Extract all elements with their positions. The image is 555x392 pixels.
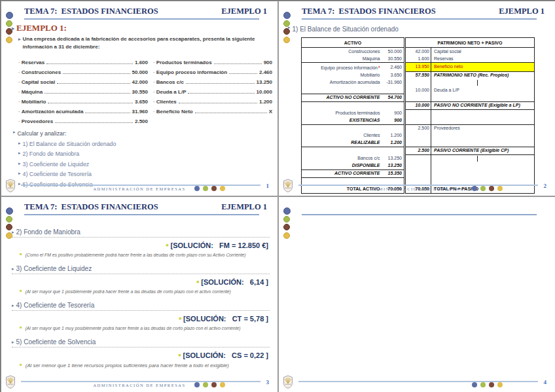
section-heading: ▸2) Fondo de Maniobra <box>12 228 270 238</box>
pasivo-label-cell <box>431 162 535 170</box>
finance-item: ·Reservas1.600 <box>18 56 148 65</box>
finance-item: ·Capital social42.000 <box>18 75 148 85</box>
pasivo-label-cell <box>431 109 535 117</box>
arrow-bullet-icon: ▸ <box>288 25 291 32</box>
item-dot-icon: · <box>153 89 155 95</box>
footer-dot-icon <box>194 186 200 191</box>
outline-bullet-icon <box>283 207 291 215</box>
slide-title: TEMA 7: ESTADOS FINANCIEROS <box>302 7 436 16</box>
activo-value-cell: 3.650 <box>382 71 405 79</box>
footer-dots <box>472 186 503 191</box>
finance-item-value: 31.960 <box>132 109 148 115</box>
activo-label-cell <box>302 101 382 109</box>
outline-bullet-icon <box>283 224 290 230</box>
activo-label-cell: Construcciones <box>302 48 382 56</box>
example-heading-label: EJEMPLO 1: <box>16 23 67 33</box>
page-number: 1 <box>266 183 270 189</box>
intro-paragraph: ▸Una empresa dedicada a la fabricación d… <box>18 35 266 50</box>
arrow-bullet-icon: ▸ <box>12 266 14 272</box>
finance-item: ·Bancos c/c13.250 <box>153 75 272 85</box>
footer-text: ADMINISTRACIÓN DE EMPRESAS <box>279 187 555 191</box>
pasivo-value-cell <box>405 79 431 86</box>
pasivo-label-cell: PASIVO NO CORRIENTE (Exigible a LP) <box>431 101 535 109</box>
section-heading-label: 2) Fondo de Maniobra <box>16 228 81 236</box>
solutions-content: ▸2) Fondo de Maniobra■[SOLUCIÓN: FM = 12… <box>12 226 270 368</box>
square-bullet-icon: ■ <box>166 243 168 247</box>
title-rule <box>302 214 537 215</box>
finance-item: ·Equipo proceso información2.460 <box>153 65 272 75</box>
footer-dot-icon <box>220 186 225 191</box>
finance-item: ·Productos terminados900 <box>153 56 272 65</box>
dotted-leader <box>195 113 267 113</box>
activo-label-cell: ACTIVO CORRIENTE <box>302 169 382 177</box>
pasivo-label-cell <box>431 132 535 139</box>
activo-label-cell: Máquina <box>302 55 382 63</box>
pasivo-value-cell: 42.000 <box>405 48 431 56</box>
dotted-leader <box>186 83 255 84</box>
calc-item-label: 4) Coeficiente de Tesorería <box>23 171 92 177</box>
arrow-bullet-icon: ▸ <box>12 303 14 308</box>
footer-dots <box>472 382 503 387</box>
calc-item-label: 3) Coeficiente de Liquidez <box>23 161 90 168</box>
balance-row: 10.000Deuda a L/P <box>302 86 535 94</box>
item-dot-icon: · <box>153 109 155 115</box>
balance-row: Construcciones50.00042.000Capital social <box>302 48 535 56</box>
finance-item-label: Máquina <box>22 89 43 95</box>
dotted-leader <box>46 63 133 64</box>
footer-dot-icon <box>194 382 200 387</box>
handout-page: TEMA 7: ESTADOS FINANCIEROS EJEMPLO 1 ▸E… <box>0 0 555 392</box>
page-number: 4 <box>544 379 547 385</box>
footer-text: ADMINISTRACIÓN DE EMPRESAS <box>1 383 278 387</box>
pasivo-value-cell <box>405 162 431 170</box>
university-logo-icon <box>283 375 293 389</box>
pasivo-value-cell: 10.000 <box>405 86 431 94</box>
finance-item: ·Máquina30.550 <box>18 85 148 95</box>
balance-row: REALIZABLE1.200 <box>302 139 535 147</box>
pasivo-value-cell <box>405 109 431 117</box>
activo-value-cell <box>382 86 405 94</box>
slide-2: TEMA 7: ESTADOS FINANCIEROS EJEMPLO 1 ▸1… <box>278 1 555 196</box>
dotted-leader <box>48 103 133 103</box>
slide-title-right: EJEMPLO 1 <box>499 7 545 16</box>
calc-item: ▸4) Coeficiente de Tesorería <box>18 169 270 180</box>
finance-item-label: Reservas <box>22 60 45 65</box>
footer-dot-icon <box>480 186 486 191</box>
pasivo-value-cell: 13.950 <box>405 63 431 72</box>
solution-text: [SOLUCIÓN: CT = 5,78 ] <box>183 315 268 323</box>
square-bullet-icon: ■ <box>20 363 22 366</box>
finance-item-value: 900 <box>264 60 272 65</box>
finance-item-value: 30.550 <box>132 89 148 95</box>
finance-item: ·Beneficio NetoX <box>153 105 272 115</box>
activo-value-cell: 2.460 <box>382 63 405 72</box>
finance-item-value: 2.500 <box>135 118 148 124</box>
finance-item-value: X <box>269 109 272 115</box>
calc-item-label: 1) El Balance de Situación ordenado <box>23 141 116 147</box>
calc-item: ▸2) Fondo de Maniobra <box>18 149 270 160</box>
finance-items-right: ·Productos terminados900·Equipo proceso … <box>153 56 272 124</box>
slide-title: TEMA 7: ESTADOS FINANCIEROS <box>24 202 158 212</box>
item-dot-icon: · <box>18 89 20 95</box>
balance-row: DISPONIBLE13.250 <box>302 162 535 170</box>
slide-1: TEMA 7: ESTADOS FINANCIEROS EJEMPLO 1 ▸E… <box>1 1 278 196</box>
balance-row: Clientes1.200 <box>302 132 535 139</box>
outline-bullet-icon <box>283 12 291 19</box>
activo-value-cell: 1.200 <box>382 139 405 147</box>
activo-value-cell: 1.200 <box>382 132 405 139</box>
solution-note-text: (Al ser mayor que 1 posiblemente podrá h… <box>24 289 231 294</box>
activo-value-cell: 50.000 <box>382 48 405 56</box>
activo-label-cell: Mobiliario <box>302 71 382 79</box>
activo-label-cell: Clientes <box>302 132 382 139</box>
outline-bullet-icon <box>283 232 290 239</box>
comment-marker-icon: ▴ <box>378 64 380 68</box>
outline-bullet-icon <box>283 216 290 223</box>
arrow-bullet-icon: ▸ <box>12 230 14 235</box>
item-dot-icon: · <box>18 99 20 105</box>
slide-1-content: ▸EJEMPLO 1: ▸Una empresa dedicada a la f… <box>12 23 270 190</box>
solution-line: ■[SOLUCIÓN: CT = 5,78 ] <box>12 312 270 324</box>
section-heading: ▸5) Coeficiente de Solvencia <box>12 338 270 347</box>
section-heading-label: 3) Coeficiente de Liquidez <box>16 265 92 272</box>
item-dot-icon: · <box>153 99 155 105</box>
footer-dot-icon <box>211 382 217 387</box>
activo-value-cell <box>382 101 405 109</box>
pasivo-value-cell <box>405 132 431 139</box>
